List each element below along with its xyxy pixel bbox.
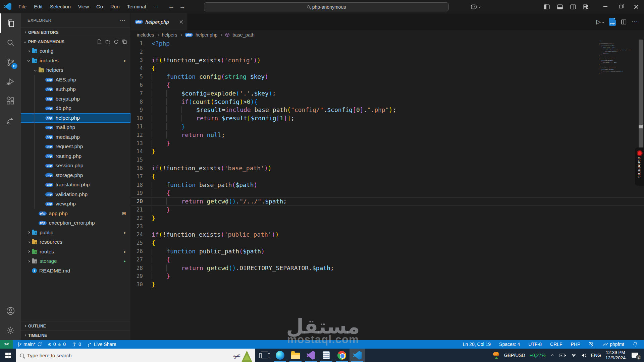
code-line-11[interactable]: 11 } [131, 123, 644, 131]
code-line-28[interactable]: 28 return getcwd().DIRECTORY_SEPARATOR.$… [131, 264, 644, 273]
code-line-13[interactable]: 13 } [131, 139, 644, 148]
tree-item-bcrypt.php[interactable]: phpbcrypt.php [21, 94, 130, 104]
refresh-icon[interactable] [114, 39, 119, 44]
recorder-dock-strip[interactable] [639, 40, 643, 147]
code-line-21[interactable]: 21 } [131, 206, 644, 214]
new-file-icon[interactable] [97, 39, 102, 44]
branch-indicator[interactable]: main* [16, 340, 43, 349]
code-line-2[interactable]: 2 [131, 48, 644, 56]
cursor-position[interactable]: Ln 20, Col 19 [462, 340, 492, 349]
tree-item-helpers[interactable]: helpers [21, 65, 130, 75]
tree-item-includes[interactable]: includes● [21, 56, 130, 66]
code-line-5[interactable]: 5 function config(string $key) [131, 73, 644, 81]
tab-helper-php[interactable]: php helper.php [131, 13, 188, 30]
toggle-primary-sidebar-icon[interactable] [544, 4, 550, 10]
code-line-7[interactable]: 7 $config=explode('.',$key); [131, 89, 644, 98]
code-line-3[interactable]: 3if(!function_exists('config')) [131, 56, 644, 65]
breadcrumb-helpers[interactable]: helpers [162, 32, 177, 38]
activity-source-control[interactable]: 10 [0, 52, 21, 72]
activity-run-debug[interactable] [0, 72, 21, 91]
menu-go[interactable]: Go [93, 2, 107, 11]
dock-handle[interactable] [639, 125, 643, 128]
code-line-1[interactable]: 1<?php [131, 40, 644, 48]
code-line-20[interactable]: 20 return getcwd()."/../".$path; [131, 197, 644, 206]
split-editor-icon[interactable] [621, 19, 627, 25]
screenrec-widget[interactable]: screenrec [635, 147, 644, 186]
project-section[interactable]: PHP-ANONYMOUS [21, 37, 130, 46]
run-button[interactable]: ▷ [596, 18, 604, 25]
menu-file[interactable]: File [15, 2, 30, 11]
code-line-10[interactable]: 10 return $result[$config[1]]; [131, 114, 644, 123]
code-line-16[interactable]: 16if(!function_exists('base_path')) [131, 164, 644, 173]
notifications-muted-button[interactable] [587, 340, 595, 349]
code-line-25[interactable]: 25{ [131, 239, 644, 247]
taskbar-chrome[interactable] [334, 349, 350, 362]
activity-extensions[interactable] [0, 91, 21, 111]
tree-item-app.php[interactable]: phpapp.phpM [21, 209, 130, 219]
tree-item-translation.php[interactable]: phptranslation.php [21, 180, 130, 190]
taskbar-file-explorer[interactable] [288, 349, 303, 362]
activity-explorer[interactable] [0, 13, 21, 33]
code-line-9[interactable]: 9 $result=include base_path("config/".$c… [131, 106, 644, 114]
timeline-section[interactable]: TIMELINE [21, 330, 130, 340]
code-line-23[interactable]: 23 [131, 223, 644, 231]
tree-item-exception_error.php[interactable]: phpexception_error.php [21, 218, 130, 228]
taskbar-task-view[interactable] [257, 349, 272, 362]
record-dot-icon[interactable] [638, 151, 642, 155]
problems-indicator[interactable]: ⊗ 0 ⚠ 0 [47, 340, 67, 349]
tree-item-public[interactable]: public● [21, 228, 130, 238]
menu-edit[interactable]: Edit [30, 2, 46, 11]
speaker-icon[interactable] [581, 353, 587, 358]
code-line-17[interactable]: 17{ [131, 173, 644, 181]
menu-run[interactable]: Run [107, 2, 123, 11]
tree-item-request.php[interactable]: phprequest.php [21, 142, 130, 152]
tree-item-helper.php[interactable]: phphelper.php [21, 113, 130, 123]
tree-item-README.md[interactable]: iREADME.md [21, 266, 130, 276]
breadcrumb-symbol[interactable]: base_path [232, 32, 254, 38]
tree-item-routes[interactable]: routes● [21, 247, 130, 257]
indentation-indicator[interactable]: Spaces: 4 [498, 340, 521, 349]
tree-item-mail.php[interactable]: phpmail.php [21, 123, 130, 132]
accounts-button[interactable] [0, 301, 21, 320]
new-folder-icon[interactable] [105, 39, 110, 44]
tree-item-auth.php[interactable]: phpauth.php [21, 84, 130, 94]
activity-search[interactable] [0, 33, 21, 52]
forward-arrow-icon[interactable]: → [179, 3, 185, 10]
code-editor[interactable]: 1<?php23if(!function_exists('config'))4{… [131, 40, 644, 340]
code-line-15[interactable]: 15 [131, 156, 644, 164]
code-line-18[interactable]: 18 function base_path($path) [131, 181, 644, 189]
tree-item-config[interactable]: config [21, 46, 130, 56]
close-button[interactable] [629, 0, 644, 13]
code-line-30[interactable]: 30} [131, 281, 644, 289]
minimize-button[interactable] [598, 0, 613, 13]
collapse-all-icon[interactable] [122, 39, 127, 44]
formatter-indicator[interactable]: ✓✓ phpfmt [601, 340, 626, 349]
menu-terminal[interactable]: Terminal [123, 2, 150, 11]
taskbar-vscode[interactable] [350, 349, 365, 362]
menu-view[interactable]: View [74, 2, 93, 11]
php-server-icon[interactable]: PHP [609, 18, 616, 26]
keyboard-language[interactable]: ENG [591, 353, 601, 358]
currency-app-icon[interactable] [492, 352, 500, 359]
settings-button[interactable] [0, 320, 21, 340]
command-center-search[interactable]: php-anonymous [204, 2, 449, 11]
outline-section[interactable]: OUTLINE [21, 321, 130, 330]
action-center-button[interactable]: 2 [631, 352, 639, 358]
eol-indicator[interactable]: CRLF [549, 340, 564, 349]
back-arrow-icon[interactable]: ← [168, 3, 174, 10]
tree-item-storage.php[interactable]: phpstorage.php [21, 171, 130, 180]
taskbar-clock[interactable]: 12:39 PM 12/9/2024 [605, 350, 626, 361]
taskbar-search[interactable]: Type here to search ✂ [16, 349, 255, 362]
toggle-secondary-sidebar-icon[interactable] [570, 4, 576, 10]
tray-expand-icon[interactable] [551, 354, 553, 356]
tree-item-resources[interactable]: resources [21, 237, 130, 247]
menu-selection[interactable]: Selection [46, 2, 74, 11]
battery-icon[interactable] [559, 353, 567, 358]
taskbar-edge[interactable] [272, 349, 288, 362]
code-line-27[interactable]: 27 { [131, 256, 644, 264]
explorer-more-actions[interactable]: ··· [119, 17, 126, 23]
customize-layout-icon[interactable] [583, 4, 589, 10]
code-line-14[interactable]: 14} [131, 147, 644, 156]
tree-item-view.php[interactable]: phpview.php [21, 199, 130, 209]
wifi-icon[interactable] [571, 353, 577, 358]
